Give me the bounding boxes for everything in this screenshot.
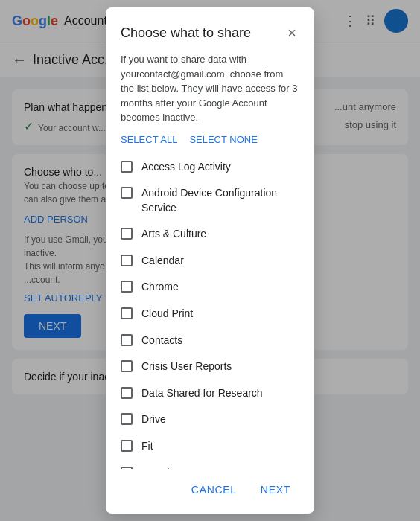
dialog-select-links: SELECT ALL SELECT NONE xyxy=(106,134,314,151)
list-item[interactable]: Chrome xyxy=(106,274,314,301)
list-item[interactable]: Data Shared for Research xyxy=(106,380,314,407)
list-item[interactable]: Crisis User Reports xyxy=(106,354,314,380)
checkbox-input[interactable] xyxy=(121,161,133,173)
dialog-footer: CANCEL NEXT xyxy=(106,469,314,514)
checkbox-label: Calendar xyxy=(141,254,184,269)
checkbox-label: Fit xyxy=(141,439,153,454)
list-item[interactable]: Google Account xyxy=(106,460,314,469)
checkbox-input[interactable] xyxy=(121,334,133,346)
checkbox-label: Drive xyxy=(141,412,166,427)
select-all-link[interactable]: SELECT ALL xyxy=(121,134,177,145)
checkbox-input[interactable] xyxy=(121,228,133,240)
modal-overlay: Choose what to share × If you want to sh… xyxy=(0,0,420,521)
checkbox-input[interactable] xyxy=(121,281,133,293)
list-item[interactable]: Access Log Activity xyxy=(106,154,314,181)
dialog-next-button[interactable]: NEXT xyxy=(252,478,299,502)
checkbox-input[interactable] xyxy=(121,360,133,372)
checkbox-label: Contacts xyxy=(141,333,182,348)
checkbox-input[interactable] xyxy=(121,440,133,452)
checkbox-label: Chrome xyxy=(141,280,179,295)
checkbox-input[interactable] xyxy=(121,187,133,199)
checkbox-input[interactable] xyxy=(121,307,133,319)
checkbox-input[interactable] xyxy=(121,387,133,399)
list-item[interactable]: Drive xyxy=(106,406,314,433)
dialog-title: Choose what to share xyxy=(121,25,251,41)
checkbox-input[interactable] xyxy=(121,413,133,425)
dialog-description: If you want to share data with yourconta… xyxy=(106,52,314,134)
checkbox-label: Android Device Configuration Service xyxy=(141,186,299,215)
list-item[interactable]: Android Device Configuration Service xyxy=(106,180,314,221)
dialog-header: Choose what to share × xyxy=(106,7,314,52)
share-dialog: Choose what to share × If you want to sh… xyxy=(106,7,314,514)
checkbox-label: Crisis User Reports xyxy=(141,359,232,374)
list-item[interactable]: Contacts xyxy=(106,327,314,354)
close-button[interactable]: × xyxy=(284,22,299,43)
checkbox-label: Arts & Culture xyxy=(141,227,206,242)
list-item[interactable]: Arts & Culture xyxy=(106,221,314,248)
checkbox-input[interactable] xyxy=(121,255,133,266)
checkbox-label: Cloud Print xyxy=(141,307,193,322)
checkbox-label: Access Log Activity xyxy=(141,160,231,175)
cancel-button[interactable]: CANCEL xyxy=(182,478,246,502)
list-item[interactable]: Calendar xyxy=(106,248,314,275)
list-item[interactable]: Fit xyxy=(106,433,314,460)
checkbox-label: Data Shared for Research xyxy=(141,386,263,401)
select-none-link[interactable]: SELECT NONE xyxy=(189,134,258,145)
dialog-checkbox-list: Access Log ActivityAndroid Device Config… xyxy=(106,151,314,470)
list-item[interactable]: Cloud Print xyxy=(106,301,314,327)
